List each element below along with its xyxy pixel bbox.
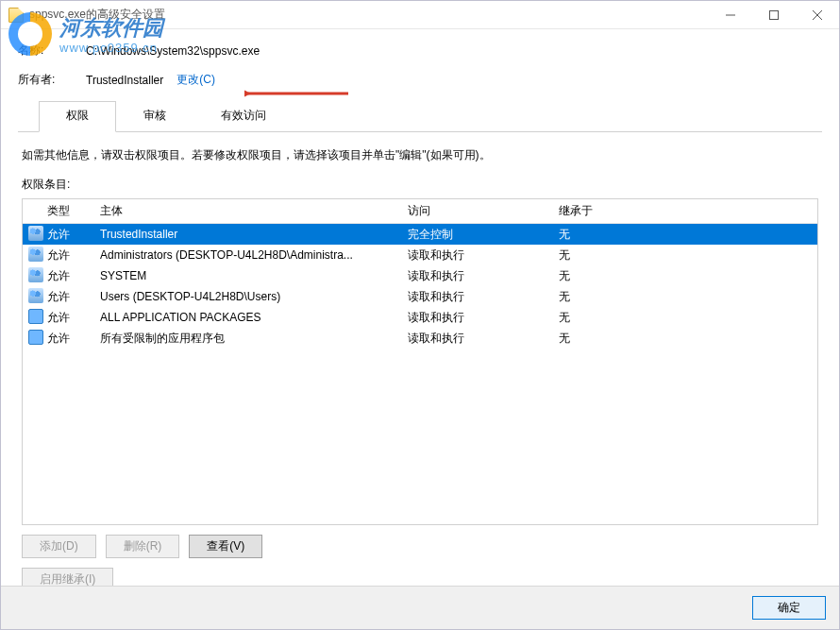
table-row[interactable]: 允许Users (DESKTOP-U4L2H8D\Users)读取和执行无 (23, 286, 817, 307)
dialog-content: 名称: C:\Windows\System32\sppsvc.exe 所有者: … (1, 29, 839, 591)
row-principal: SYSTEM (100, 269, 408, 282)
permission-list[interactable]: 类型 主体 访问 继承于 允许TrustedInstaller完全控制无允许Ad… (22, 198, 818, 525)
table-row[interactable]: 允许ALL APPLICATION PACKAGES读取和执行无 (23, 307, 817, 328)
name-value: C:\Windows\System32\sppsvc.exe (86, 44, 260, 58)
minimize-button[interactable] (709, 1, 752, 29)
header-access[interactable]: 访问 (408, 199, 559, 223)
row-principal: Administrators (DESKTOP-U4L2H8D\Administ… (100, 248, 408, 262)
owner-value: TrustedInstaller (86, 74, 163, 87)
row-type: 允许 (47, 331, 100, 347)
tab-permissions[interactable]: 权限 (39, 101, 116, 132)
row-type: 允许 (47, 268, 100, 284)
tab-audit[interactable]: 审核 (116, 101, 193, 132)
users-icon (28, 288, 43, 303)
svg-rect-0 (770, 10, 779, 19)
row-type: 允许 (47, 289, 100, 305)
row-access: 读取和执行 (408, 268, 559, 284)
row-inherit: 无 (559, 227, 817, 243)
users-icon (28, 247, 43, 262)
permission-buttons: 添加(D) 删除(R) 查看(V) (22, 535, 818, 558)
row-inherit: 无 (559, 268, 817, 284)
permission-entries-label: 权限条目: (22, 177, 818, 193)
tab-strip: 权限 审核 有效访问 (39, 101, 822, 132)
users-icon (28, 226, 43, 241)
header-principal[interactable]: 主体 (100, 199, 408, 223)
permission-header-row: 类型 主体 访问 继承于 (23, 199, 817, 224)
header-icon-col (28, 208, 47, 215)
row-principal: Users (DESKTOP-U4L2H8D\Users) (100, 290, 408, 303)
owner-row: 所有者: TrustedInstaller 更改(C) (18, 72, 822, 88)
table-row[interactable]: 允许Administrators (DESKTOP-U4L2H8D\Admini… (23, 245, 817, 265)
row-inherit: 无 (559, 247, 817, 264)
remove-button[interactable]: 删除(R) (106, 535, 180, 558)
tab-effective-access[interactable]: 有效访问 (193, 101, 294, 132)
change-owner-link[interactable]: 更改(C) (176, 72, 215, 88)
row-principal: ALL APPLICATION PACKAGES (100, 311, 408, 324)
owner-label: 所有者: (18, 72, 86, 88)
window-controls (709, 1, 839, 29)
ok-button[interactable]: 确定 (752, 596, 826, 620)
row-inherit: 无 (559, 331, 817, 347)
close-button[interactable] (796, 1, 839, 29)
dialog-footer: 确定 (1, 586, 839, 629)
name-label: 名称: (18, 43, 86, 59)
maximize-button[interactable] (752, 1, 796, 29)
row-type: 允许 (47, 310, 100, 326)
row-access: 读取和执行 (408, 310, 559, 326)
name-row: 名称: C:\Windows\System32\sppsvc.exe (18, 43, 822, 59)
permission-rows: 允许TrustedInstaller完全控制无允许Administrators … (23, 224, 817, 349)
package-icon (28, 330, 43, 345)
row-access: 完全控制 (408, 227, 559, 243)
row-inherit: 无 (559, 310, 817, 326)
table-row[interactable]: 允许所有受限制的应用程序包读取和执行无 (23, 328, 817, 349)
table-row[interactable]: 允许SYSTEM读取和执行无 (23, 265, 817, 286)
row-access: 读取和执行 (408, 289, 559, 305)
row-type: 允许 (47, 247, 100, 264)
users-icon (28, 267, 43, 282)
file-icon (8, 8, 24, 23)
add-button[interactable]: 添加(D) (22, 535, 96, 558)
header-inherit[interactable]: 继承于 (559, 199, 817, 223)
window-title: sppsvc.exe的高级安全设置 (29, 7, 709, 23)
table-row[interactable]: 允许TrustedInstaller完全控制无 (23, 224, 817, 245)
hint-text: 如需其他信息，请双击权限项目。若要修改权限项目，请选择该项目并单击"编辑"(如果… (22, 147, 818, 163)
row-principal: TrustedInstaller (100, 228, 408, 241)
view-button[interactable]: 查看(V) (189, 535, 262, 558)
row-principal: 所有受限制的应用程序包 (100, 331, 408, 347)
package-icon (28, 309, 43, 324)
row-access: 读取和执行 (408, 331, 559, 347)
row-inherit: 无 (559, 289, 817, 305)
row-access: 读取和执行 (408, 247, 559, 264)
header-type[interactable]: 类型 (47, 199, 100, 223)
row-type: 允许 (47, 227, 100, 243)
titlebar: sppsvc.exe的高级安全设置 (1, 1, 839, 29)
